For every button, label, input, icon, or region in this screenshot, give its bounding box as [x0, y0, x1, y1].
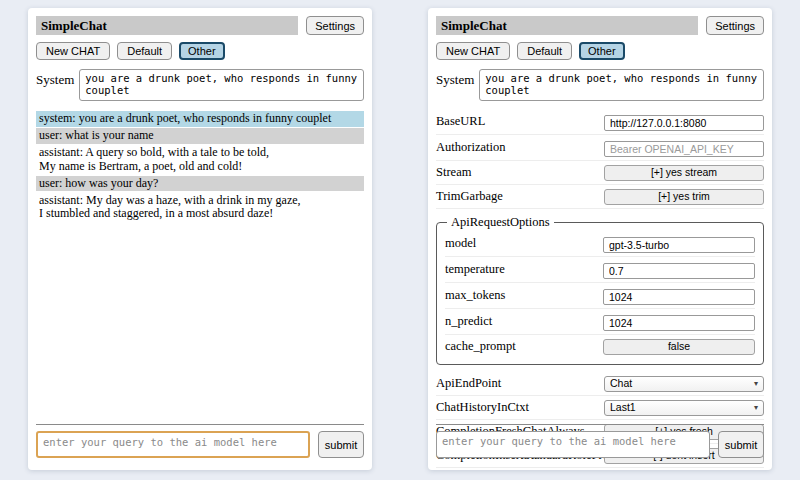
submit-button[interactable]: submit [318, 431, 364, 458]
system-prompt-row: System you are a drunk poet, who respond… [36, 69, 364, 101]
submit-button[interactable]: submit [718, 431, 764, 458]
session-tab-other[interactable]: Other [579, 42, 625, 60]
chat-message-assistant: assistant: My day was a haze, with a dri… [36, 193, 364, 222]
cache-prompt-toggle-button[interactable]: false [603, 339, 755, 355]
setting-row-temperature: temperature [445, 257, 755, 283]
app-title: SimpleChat [436, 16, 698, 35]
authorization-label: Authorization [436, 140, 604, 155]
api-endpoint-selected-value: Chat [610, 377, 754, 390]
chat-message-list: system: you are a drunk poet, who respon… [36, 111, 364, 222]
new-chat-button[interactable]: New CHAT [436, 42, 510, 60]
baseurl-input[interactable] [604, 115, 764, 131]
settings-button[interactable]: Settings [706, 16, 764, 35]
setting-row-trimgarbage: TrimGarbage [+] yes trim [436, 185, 764, 209]
setting-row-authorization: Authorization [436, 135, 764, 161]
max-tokens-input[interactable] [603, 289, 755, 305]
api-endpoint-select[interactable]: Chat ▾ [604, 376, 764, 392]
session-toolbar: New CHAT Default Other [36, 42, 364, 60]
session-tab-other[interactable]: Other [179, 42, 225, 60]
trimgarbage-label: TrimGarbage [436, 189, 604, 204]
chat-history-select[interactable]: Last1 ▾ [604, 400, 764, 416]
query-divider [436, 424, 764, 425]
session-toolbar: New CHAT Default Other [436, 42, 764, 60]
baseurl-label: BaseURL [436, 114, 604, 129]
system-label: System [436, 69, 474, 88]
query-input[interactable] [436, 431, 710, 458]
setting-row-n-predict: n_predict [445, 309, 755, 335]
trimgarbage-toggle-button[interactable]: [+] yes trim [604, 189, 764, 205]
setting-row-max-tokens: max_tokens [445, 283, 755, 309]
chat-message-system: system: you are a drunk poet, who respon… [36, 111, 364, 127]
chat-message-user: user: how was your day? [36, 176, 364, 192]
header: SimpleChat Settings [36, 16, 364, 35]
chat-message-user: user: what is your name [36, 128, 364, 144]
settings-button[interactable]: Settings [306, 16, 364, 35]
setting-row-stream: Stream [+] yes stream [436, 161, 764, 185]
app-title: SimpleChat [36, 16, 298, 35]
header: SimpleChat Settings [436, 16, 764, 35]
n-predict-input[interactable] [603, 315, 755, 331]
chat-history-selected-value: Last1 [610, 401, 754, 414]
system-prompt-row: System you are a drunk poet, who respond… [436, 69, 764, 101]
stream-label: Stream [436, 165, 604, 180]
temperature-input[interactable] [603, 263, 755, 279]
query-area: submit [36, 424, 364, 458]
query-divider [36, 424, 364, 425]
new-chat-button[interactable]: New CHAT [36, 42, 110, 60]
cache-prompt-label: cache_prompt [445, 339, 603, 354]
stream-toggle-button[interactable]: [+] yes stream [604, 165, 764, 181]
chevron-down-icon: ▾ [754, 403, 758, 412]
query-input[interactable] [36, 431, 310, 458]
temperature-label: temperature [445, 262, 603, 277]
system-label: System [36, 69, 74, 88]
chat-view-panel: SimpleChat Settings New CHAT Default Oth… [28, 8, 372, 470]
chat-message-assistant: assistant: A query so bold, with a tale … [36, 145, 364, 174]
session-tab-default[interactable]: Default [517, 42, 572, 60]
settings-view-panel: SimpleChat Settings New CHAT Default Oth… [428, 8, 772, 470]
api-endpoint-label: ApiEndPoint [436, 376, 604, 391]
setting-row-api-endpoint: ApiEndPoint Chat ▾ [436, 372, 764, 396]
chevron-down-icon: ▾ [754, 379, 758, 388]
session-tab-default[interactable]: Default [117, 42, 172, 60]
model-input[interactable] [603, 237, 755, 253]
api-request-options-fieldset: ApiRequestOptions model temperature max_… [436, 215, 764, 365]
query-area: submit [436, 424, 764, 458]
settings-list: BaseURL Authorization Stream [+] yes str… [436, 109, 764, 468]
setting-row-baseurl: BaseURL [436, 109, 764, 135]
authorization-input[interactable] [604, 141, 764, 157]
setting-row-model: model [445, 231, 755, 257]
setting-row-chat-history: ChatHistoryInCtxt Last1 ▾ [436, 396, 764, 420]
model-label: model [445, 236, 603, 251]
chat-history-label: ChatHistoryInCtxt [436, 400, 604, 415]
system-prompt-input[interactable]: you are a drunk poet, who responds in fu… [79, 69, 364, 101]
n-predict-label: n_predict [445, 314, 603, 329]
api-request-options-legend: ApiRequestOptions [447, 215, 554, 230]
setting-row-cache-prompt: cache_prompt false [445, 335, 755, 358]
system-prompt-input[interactable]: you are a drunk poet, who responds in fu… [479, 69, 764, 101]
max-tokens-label: max_tokens [445, 288, 603, 303]
